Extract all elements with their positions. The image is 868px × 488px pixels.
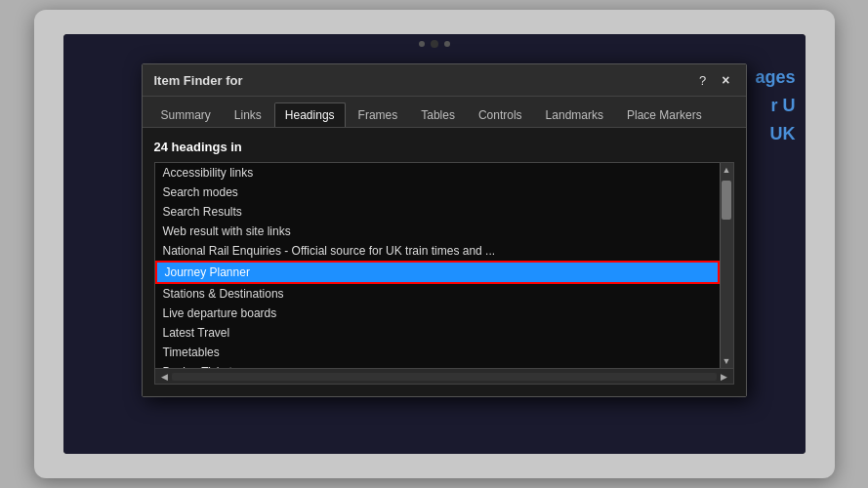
- help-button[interactable]: ?: [695, 73, 710, 88]
- camera-dot-1: [419, 41, 425, 47]
- scroll-down-arrow[interactable]: ▼: [721, 354, 733, 368]
- camera-dot-center: [431, 40, 438, 48]
- list-item[interactable]: Buying Tickets: [155, 362, 720, 368]
- bg-line-4: UK: [755, 120, 795, 148]
- scroll-left-arrow[interactable]: ◀: [157, 372, 172, 382]
- list-item[interactable]: Stations & Destinations: [155, 284, 720, 304]
- tab-tables[interactable]: Tables: [410, 102, 466, 127]
- background-text: ages r U UK: [755, 63, 795, 147]
- tab-landmarks[interactable]: Landmarks: [535, 102, 614, 127]
- headings-list-wrapper: Accessibility links Search modes Search …: [154, 162, 734, 385]
- scroll-thumb[interactable]: [722, 181, 731, 220]
- dialog-body: 24 headings in Accessibility links Searc…: [143, 128, 746, 396]
- list-item[interactable]: Search Results: [155, 202, 720, 222]
- list-item[interactable]: Accessibility links: [155, 163, 720, 183]
- list-item[interactable]: Timetables: [155, 343, 720, 362]
- headings-list[interactable]: Accessibility links Search modes Search …: [155, 163, 733, 368]
- tab-summary[interactable]: Summary: [150, 102, 222, 127]
- dialog-titlebar: Item Finder for ? ×: [143, 64, 746, 97]
- dialog-controls: ? ×: [695, 72, 733, 88]
- tab-frames[interactable]: Frames: [348, 102, 409, 127]
- vertical-scrollbar[interactable]: ▲ ▼: [720, 163, 733, 368]
- scroll-right-arrow[interactable]: ▶: [717, 372, 731, 382]
- dialog-title: Item Finder for: [154, 73, 243, 88]
- camera-dot-3: [444, 41, 450, 47]
- tab-headings[interactable]: Headings: [274, 102, 346, 127]
- laptop-shell: ages r U UK Item Finder for ? × Summary …: [34, 10, 835, 478]
- laptop-screen: ages r U UK Item Finder for ? × Summary …: [63, 34, 806, 454]
- list-item[interactable]: Live departure boards: [155, 304, 720, 323]
- horizontal-scrollbar[interactable]: ◀ ▶: [155, 368, 733, 384]
- scroll-up-arrow[interactable]: ▲: [721, 163, 733, 177]
- list-item[interactable]: Latest Travel: [155, 323, 720, 343]
- bg-line-1: ages: [755, 63, 795, 92]
- item-finder-dialog: Item Finder for ? × Summary Links Headin…: [142, 63, 747, 397]
- list-item[interactable]: Web result with site links: [155, 222, 720, 241]
- camera-bar: [419, 40, 450, 48]
- tab-bar: Summary Links Headings Frames Tables Con…: [143, 97, 746, 128]
- tab-links[interactable]: Links: [224, 102, 272, 127]
- tab-place-markers[interactable]: Place Markers: [616, 102, 713, 127]
- list-item[interactable]: National Rail Enquiries - Official sourc…: [155, 241, 720, 261]
- bg-line-3: r U: [755, 92, 795, 120]
- count-label: 24 headings in: [154, 140, 734, 154]
- close-button[interactable]: ×: [718, 72, 733, 88]
- list-item-selected[interactable]: Journey Planner: [155, 261, 720, 284]
- list-item[interactable]: Search modes: [155, 183, 720, 202]
- tab-controls[interactable]: Controls: [468, 102, 533, 127]
- hscroll-track: [172, 373, 717, 381]
